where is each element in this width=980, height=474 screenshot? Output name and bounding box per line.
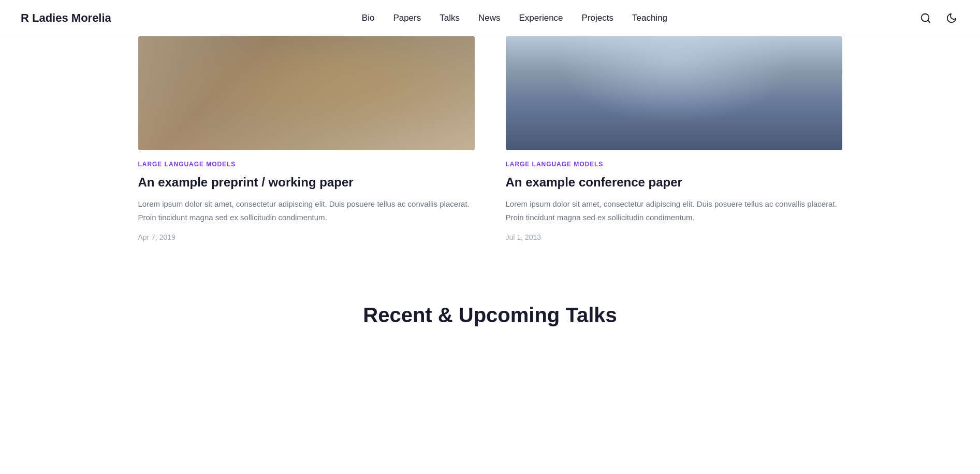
paper-card: LARGE LANGUAGE MODELSAn example preprint… — [138, 36, 475, 241]
dark-mode-button[interactable] — [944, 10, 959, 26]
card-image — [138, 36, 475, 150]
card-category: LARGE LANGUAGE MODELS — [506, 161, 842, 168]
paper-card: LARGE LANGUAGE MODELSAn example conferen… — [506, 36, 842, 241]
main-nav: BioPapersTalksNewsExperienceProjectsTeac… — [362, 13, 667, 23]
main-content: LARGE LANGUAGE MODELSAn example preprint… — [0, 36, 980, 358]
nav-item-papers[interactable]: Papers — [393, 13, 421, 23]
nav-item-talks[interactable]: Talks — [440, 13, 460, 23]
svg-line-1 — [928, 20, 930, 22]
header-icons — [918, 10, 959, 26]
nav-item-bio[interactable]: Bio — [362, 13, 375, 23]
section-title-wrapper: Recent & Upcoming Talks — [21, 241, 959, 358]
card-image — [506, 36, 842, 150]
moon-icon — [946, 12, 957, 24]
cards-section: LARGE LANGUAGE MODELSAn example preprint… — [128, 36, 853, 241]
site-header: R Ladies Morelia BioPapersTalksNewsExper… — [0, 0, 980, 36]
card-date: Apr 7, 2019 — [138, 233, 475, 241]
card-date: Jul 1, 2013 — [506, 233, 842, 241]
nav-item-experience[interactable]: Experience — [519, 13, 563, 23]
card-title[interactable]: An example conference paper — [506, 174, 842, 190]
nav-item-teaching[interactable]: Teaching — [632, 13, 667, 23]
card-excerpt: Lorem ipsum dolor sit amet, consectetur … — [138, 197, 475, 224]
card-category: LARGE LANGUAGE MODELS — [138, 161, 475, 168]
search-icon — [920, 12, 931, 24]
nav-item-news[interactable]: News — [478, 13, 501, 23]
card-title[interactable]: An example preprint / working paper — [138, 174, 475, 190]
recent-talks-title: Recent & Upcoming Talks — [363, 304, 617, 327]
site-title[interactable]: R Ladies Morelia — [21, 11, 111, 25]
cards-grid: LARGE LANGUAGE MODELSAn example preprint… — [138, 36, 842, 241]
card-excerpt: Lorem ipsum dolor sit amet, consectetur … — [506, 197, 842, 224]
card-image-placeholder — [506, 36, 842, 150]
search-button[interactable] — [918, 10, 933, 26]
nav-item-projects[interactable]: Projects — [582, 13, 613, 23]
card-image-placeholder — [138, 36, 475, 150]
